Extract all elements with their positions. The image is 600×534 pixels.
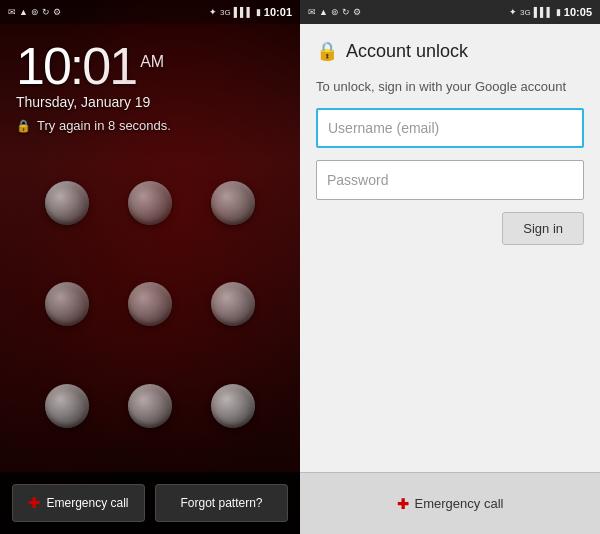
pattern-dot-1[interactable] xyxy=(45,181,89,225)
username-input[interactable] xyxy=(316,108,584,148)
emergency-call-button-left[interactable]: ✚ Emergency call xyxy=(12,484,145,522)
pattern-dot-4[interactable] xyxy=(45,282,89,326)
bottom-bar-left: ✚ Emergency call Forgot pattern? xyxy=(0,472,300,534)
pattern-dot-grid[interactable] xyxy=(0,137,300,472)
pattern-dot-8[interactable] xyxy=(128,384,172,428)
signal-icon-right: ▲ xyxy=(319,7,328,17)
account-unlock-panel: ✉ ▲ ⊚ ↻ ⚙ ✦ 3G ▌▌▌ ▮ 10:05 🔒 Account unl… xyxy=(300,0,600,534)
pattern-dot-3[interactable] xyxy=(211,181,255,225)
message-icon-right: ✉ xyxy=(308,7,316,17)
emergency-call-button-right[interactable]: ✚ Emergency call xyxy=(397,496,504,512)
signal-bars-icon-right: ▌▌▌ xyxy=(534,7,553,17)
bluetooth-icon-right: ✦ xyxy=(509,7,517,17)
clock-display: 10:01 AM xyxy=(16,40,284,92)
status-bar-right: ✉ ▲ ⊚ ↻ ⚙ ✦ 3G ▌▌▌ ▮ 10:05 xyxy=(300,0,600,24)
message-icon: ✉ xyxy=(8,7,16,17)
sync-icon-right: ↻ xyxy=(342,7,350,17)
status-bar-left-right-icons: ✦ 3G ▌▌▌ ▮ 10:01 xyxy=(209,6,292,18)
emergency-cross-icon-right: ✚ xyxy=(397,496,409,512)
battery-icon-right: ▮ xyxy=(556,7,561,17)
signal-bars-icon: ▌▌▌ xyxy=(234,7,253,17)
status-time-right: 10:05 xyxy=(564,6,592,18)
unlock-subtitle: To unlock, sign in with your Google acco… xyxy=(316,78,584,96)
lock-screen-panel: ✉ ▲ ⊚ ↻ ⚙ ✦ 3G ▌▌▌ ▮ 10:01 10:01 AM Thur… xyxy=(0,0,300,534)
unlock-content-area: 🔒 Account unlock To unlock, sign in with… xyxy=(300,24,600,472)
forgot-pattern-label: Forgot pattern? xyxy=(180,496,262,510)
unlock-title: Account unlock xyxy=(346,41,468,62)
emergency-call-label-right: Emergency call xyxy=(415,496,504,511)
status-right-right-icons: ✦ 3G ▌▌▌ ▮ 10:05 xyxy=(509,6,592,18)
password-input[interactable] xyxy=(316,160,584,200)
bottom-bar-right: ✚ Emergency call xyxy=(300,472,600,534)
pattern-dot-5[interactable] xyxy=(128,282,172,326)
network-3g-icon-right: 3G xyxy=(520,8,531,17)
status-bar-left: ✉ ▲ ⊚ ↻ ⚙ ✦ 3G ▌▌▌ ▮ 10:01 xyxy=(0,0,300,24)
pattern-dot-7[interactable] xyxy=(45,384,89,428)
emergency-cross-icon-left: ✚ xyxy=(28,495,40,511)
clock-date: Thursday, January 19 xyxy=(16,94,284,110)
signin-button[interactable]: Sign in xyxy=(502,212,584,245)
lock-small-icon: 🔒 xyxy=(16,119,31,133)
unlock-header: 🔒 Account unlock xyxy=(316,40,584,62)
usb-icon-right: ⚙ xyxy=(353,7,361,17)
pattern-dot-2[interactable] xyxy=(128,181,172,225)
pattern-dot-6[interactable] xyxy=(211,282,255,326)
forgot-pattern-button[interactable]: Forgot pattern? xyxy=(155,484,288,522)
emergency-call-label-left: Emergency call xyxy=(46,496,128,510)
signal-icon: ▲ xyxy=(19,7,28,17)
lock-message-text: Try again in 8 seconds. xyxy=(37,118,171,133)
wifi-icon-right: ⊚ xyxy=(331,7,339,17)
signin-row: Sign in xyxy=(316,212,584,245)
clock-hour: 10:01 xyxy=(16,40,136,92)
lock-retry-message: 🔒 Try again in 8 seconds. xyxy=(16,118,284,133)
status-icons-left: ✉ ▲ ⊚ ↻ ⚙ xyxy=(8,7,61,17)
clock-ampm: AM xyxy=(140,54,164,70)
status-time-left: 10:01 xyxy=(264,6,292,18)
battery-icon: ▮ xyxy=(256,7,261,17)
sync-icon: ↻ xyxy=(42,7,50,17)
pattern-dot-9[interactable] xyxy=(211,384,255,428)
status-icons-right: ✉ ▲ ⊚ ↻ ⚙ xyxy=(308,7,361,17)
lock-large-icon: 🔒 xyxy=(316,40,338,62)
bluetooth-icon: ✦ xyxy=(209,7,217,17)
network-3g-icon: 3G xyxy=(220,8,231,17)
clock-area: 10:01 AM Thursday, January 19 🔒 Try agai… xyxy=(0,24,300,137)
usb-icon: ⚙ xyxy=(53,7,61,17)
wifi-icon: ⊚ xyxy=(31,7,39,17)
